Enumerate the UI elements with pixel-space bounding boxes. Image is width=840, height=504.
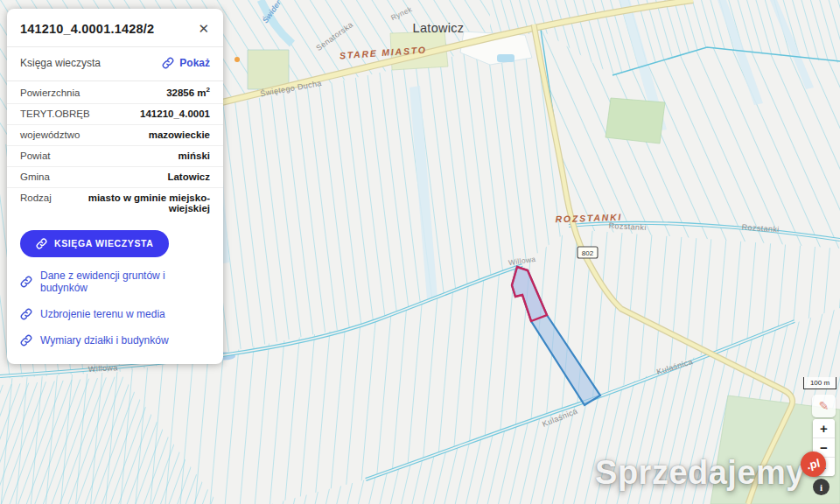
link-icon [162, 57, 174, 69]
attribute-value: Latowicz [167, 172, 210, 182]
parcel-info-panel: 141210_4.0001.1428/2 ✕ Księga wieczysta … [7, 9, 223, 364]
attribute-value: mazowieckie [149, 130, 210, 140]
land-register-button[interactable]: KSIĘGA WIECZYSTA [20, 230, 169, 257]
road-shield-802: 802 [578, 247, 598, 258]
land-register-row: Księga wieczysta Pokaż [7, 47, 223, 81]
attribute-label: TERYT.OBRĘB [20, 108, 90, 119]
attribute-label: Powierzchnia [20, 88, 80, 98]
link-icon [36, 238, 47, 249]
info-button[interactable]: i [813, 479, 830, 495]
attribute-row-commune: Gmina Latowicz [7, 167, 223, 188]
north-reset-button[interactable]: ▲ [813, 458, 835, 476]
attribute-value: miasto w gminie miejsko-wiejskiej [59, 192, 210, 214]
attribute-value: 141210_4.0001 [140, 108, 210, 119]
scale-bar: 100 m [803, 377, 836, 389]
attribute-row-county: Powiat miński [7, 146, 223, 167]
link-utilities[interactable]: Uzbrojenie terenu w media [7, 301, 223, 327]
measure-tool-button[interactable]: ✎ [812, 395, 836, 417]
link-parcel-dimensions[interactable]: Wymiary działki i budynków [7, 327, 223, 354]
town-label: Latowicz [413, 21, 465, 35]
link-icon [20, 334, 32, 346]
info-icon: i [820, 482, 822, 493]
land-register-label: Księga wieczysta [20, 57, 101, 69]
road-shield-label: 802 [582, 249, 594, 257]
link-label: Dane z ewidencji gruntów i budynków [40, 270, 210, 294]
attribute-row-voivodeship: województwo mazowieckie [7, 125, 223, 146]
link-icon [20, 308, 32, 320]
attribute-row-area: Powierzchnia 32856 m2 [7, 81, 223, 104]
pencil-icon: ✎ [819, 399, 830, 413]
scale-bar-label: 100 m [810, 380, 830, 387]
zoom-control: + − ▲ [813, 419, 835, 476]
attribute-row-type: Rodzaj miasto w gminie miejsko-wiejskiej [7, 188, 223, 219]
link-land-building-records[interactable]: Dane z ewidencji gruntów i budynków [7, 262, 223, 301]
link-icon [20, 276, 32, 288]
attribute-label: Gmina [20, 172, 50, 182]
show-land-register-link[interactable]: Pokaż [162, 57, 210, 69]
north-arrow-icon: ▲ [821, 463, 828, 471]
attribute-row-teryt: TERYT.OBRĘB 141210_4.0001 [7, 104, 223, 125]
poi-dot [234, 57, 240, 62]
zoom-out-button[interactable]: − [813, 438, 835, 457]
zoom-in-button[interactable]: + [813, 419, 835, 438]
minus-icon: − [820, 440, 828, 455]
attribute-value: 32856 m2 [166, 86, 210, 98]
map-application-window: 802 Latowicz STARE MIASTO ROZSTANKI Sena… [0, 0, 840, 504]
attribute-label: województwo [20, 130, 80, 140]
show-land-register-label: Pokaż [179, 57, 210, 69]
street-label-willowa-west: Willowa [88, 363, 118, 374]
parcel-id-title: 141210_4.0001.1428/2 [20, 22, 154, 36]
link-label: Wymiary działki i budynków [40, 334, 169, 346]
close-icon[interactable]: ✕ [196, 20, 211, 37]
land-register-button-label: KSIĘGA WIECZYSTA [54, 238, 153, 248]
link-label: Uzbrojenie terenu w media [40, 308, 165, 320]
plus-icon: + [820, 421, 828, 436]
attribute-label: Powiat [20, 150, 51, 161]
attribute-value: miński [178, 150, 210, 161]
attribute-label: Rodzaj [20, 192, 52, 203]
